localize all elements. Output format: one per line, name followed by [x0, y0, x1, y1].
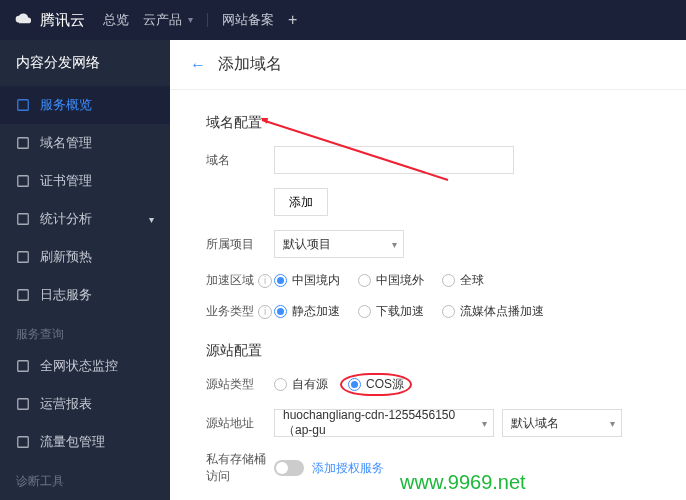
group-query: 服务查询 — [0, 314, 170, 347]
page-header: ← 添加域名 — [170, 40, 686, 90]
svg-rect-4 — [18, 252, 29, 263]
side-header: 内容分发网络 — [0, 40, 170, 86]
radio-type-g-1[interactable]: COS源 — [348, 376, 404, 393]
nav-list[interactable]: 域名管理 — [0, 124, 170, 162]
nav-pack[interactable]: 流量包管理 — [0, 423, 170, 461]
cloud-logo-icon — [14, 10, 34, 30]
radio-biz-g-2[interactable]: 流媒体点播加速 — [442, 303, 544, 320]
group-diag: 诊断工具 — [0, 461, 170, 494]
auth-link[interactable]: 添加授权服务 — [312, 460, 384, 477]
nav-grid[interactable]: 服务概览 — [0, 86, 170, 124]
back-button[interactable]: ← — [190, 56, 206, 74]
nav-report[interactable]: 运营报表 — [0, 385, 170, 423]
page-title: 添加域名 — [218, 54, 282, 75]
nav-chart[interactable]: 统计分析▾ — [0, 200, 170, 238]
top-link-overview[interactable]: 总览 — [103, 11, 129, 29]
origin-addr-select[interactable]: huochangliang-cdn-1255456150（ap-gu — [274, 409, 494, 437]
bucket-toggle[interactable] — [274, 460, 304, 476]
top-link-beian[interactable]: 网站备案 — [222, 11, 274, 29]
svg-rect-0 — [18, 100, 29, 111]
svg-rect-2 — [18, 176, 29, 187]
domain-label: 域名 — [206, 152, 274, 169]
radio-biz-g-0[interactable]: 静态加速 — [274, 303, 340, 320]
radio-type-g-0[interactable]: 自有源 — [274, 374, 328, 395]
nav-log[interactable]: 日志服务 — [0, 276, 170, 314]
top-bar: 腾讯云 总览 云产品 ▾ 网站备案 + — [0, 0, 686, 40]
sidebar: 内容分发网络 服务概览域名管理证书管理统计分析▾刷新预热日志服务 服务查询 全网… — [0, 40, 170, 500]
add-domain-button[interactable]: 添加 — [274, 188, 328, 216]
watermark: www.9969.net — [400, 471, 526, 494]
project-label: 所属项目 — [206, 236, 274, 253]
section-domain: 域名配置 — [206, 114, 650, 132]
svg-rect-5 — [18, 290, 29, 301]
radio-region-g-0[interactable]: 中国境内 — [274, 272, 340, 289]
radio-region-g-1[interactable]: 中国境外 — [358, 272, 424, 289]
section-origin: 源站配置 — [206, 342, 650, 360]
nav-refresh[interactable]: 刷新预热 — [0, 238, 170, 276]
project-select[interactable]: 默认项目 — [274, 230, 404, 258]
svg-rect-3 — [18, 214, 29, 225]
nav-cert[interactable]: 证书管理 — [0, 162, 170, 200]
radio-region-g-2[interactable]: 全球 — [442, 272, 484, 289]
svg-rect-1 — [18, 138, 29, 149]
nav-monitor[interactable]: 全网状态监控 — [0, 347, 170, 385]
nav-ip[interactable]: IP归属查询 — [0, 494, 170, 500]
info-icon[interactable]: i — [258, 274, 272, 288]
svg-rect-7 — [18, 399, 29, 410]
main: ← 添加域名 域名配置 域名 添加 所属项目 默认项目 加速区域i 中国境内中国… — [170, 40, 686, 500]
info-icon[interactable]: i — [258, 305, 272, 319]
svg-rect-8 — [18, 437, 29, 448]
brand: 腾讯云 — [40, 11, 85, 30]
svg-rect-6 — [18, 361, 29, 372]
top-link-products[interactable]: 云产品 — [143, 11, 182, 29]
bucket-label: 私有存储桶访问 — [206, 451, 274, 485]
origin-domain-select[interactable]: 默认域名 — [502, 409, 622, 437]
region-label: 加速区域i — [206, 272, 274, 289]
biz-label: 业务类型i — [206, 303, 274, 320]
origin-addr-label: 源站地址 — [206, 415, 274, 432]
origin-type-label: 源站类型 — [206, 376, 274, 393]
radio-biz-g-1[interactable]: 下载加速 — [358, 303, 424, 320]
domain-input[interactable] — [274, 146, 514, 174]
top-plus-button[interactable]: + — [288, 11, 297, 29]
